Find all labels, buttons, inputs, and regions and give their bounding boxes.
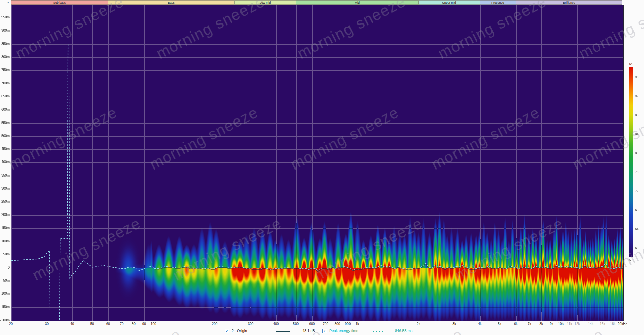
colorbar-tick — [629, 229, 633, 229]
y-tick-label: 500m — [0, 134, 10, 138]
y-tick-label: 950m — [0, 15, 10, 19]
x-tick-label: 600 — [305, 322, 319, 326]
x-tick-label: 2k — [411, 322, 426, 326]
y-tick-label: 350m — [0, 174, 10, 177]
y-tick-label: 600m — [0, 108, 10, 111]
x-tick-label: 60 — [101, 322, 115, 326]
y-tick-label: 400m — [0, 160, 10, 164]
colorbar-tick — [629, 96, 633, 96]
peak-energy-label: Peak energy time — [329, 329, 358, 333]
x-tick-label: 200 — [207, 322, 222, 326]
band-presence: Presence — [480, 0, 516, 5]
x-tick-label: 1k — [350, 322, 365, 326]
y-tick-label: -150m — [0, 305, 10, 309]
y-tick-label: 700m — [0, 81, 10, 85]
colorbar-tick — [629, 172, 633, 172]
peak-energy-line-sample — [373, 331, 384, 332]
x-tick-label: 20kHz — [615, 322, 630, 326]
colorbar-min-label: 58 — [629, 258, 633, 262]
x-tick-label: 100 — [146, 322, 161, 326]
x-tick-label: 40 — [65, 322, 79, 326]
band-bass: Bass — [108, 0, 234, 5]
colorbar-tick-label: 80 — [635, 151, 639, 155]
y-tick-label: 650m — [0, 94, 10, 98]
colorbar-tick — [629, 77, 633, 77]
peak-energy-value: 846.55 ms — [395, 329, 412, 333]
y-tick-label: -200m — [0, 318, 10, 322]
origin-series-label: 2 - Origin — [232, 329, 247, 333]
y-tick-label: 100m — [0, 239, 10, 243]
x-tick-label: 20 — [4, 322, 18, 326]
colorbar-tick-label: 64 — [635, 227, 639, 231]
colorbar-tick-label: 68 — [635, 208, 639, 212]
colorbar-tick-label: 76 — [635, 170, 639, 174]
y-tick-label: 750m — [0, 68, 10, 72]
x-tick-label: 3k — [447, 322, 462, 326]
x-tick-label: 5k — [492, 322, 507, 326]
x-tick-label: 400 — [269, 322, 283, 326]
origin-line-sample — [276, 331, 290, 332]
x-tick-label: 50 — [85, 322, 99, 326]
y-tick-label: 450m — [0, 147, 10, 151]
y-tick-label: -50m — [0, 279, 10, 282]
band-low-mid: Low mid — [234, 0, 296, 5]
colorbar-tick-label: 92 — [635, 94, 639, 98]
origin-series-checkbox[interactable]: ✓ — [225, 329, 229, 333]
y-axis-unit-label: s — [7, 1, 9, 4]
x-tick-label: 30 — [39, 322, 54, 326]
x-tick-label: 6k — [508, 322, 523, 326]
watermark-text: morning sneeze — [492, 325, 606, 335]
y-tick-label: 800m — [0, 55, 10, 59]
colorbar-tick-label: 84 — [635, 132, 639, 136]
y-tick-label: 900m — [0, 29, 10, 32]
colorbar-tick — [629, 191, 633, 191]
band-mid: Mid — [296, 0, 419, 5]
y-tick-label: 300m — [0, 187, 10, 190]
watermark-text: morning sneeze — [69, 325, 184, 335]
spectrogram-app: s Sub bassBassLow midMidUpper midPresenc… — [0, 0, 644, 335]
colorbar-tick-label: 96 — [635, 75, 639, 79]
y-tick-label: 50m — [0, 252, 10, 256]
y-tick-label: -100m — [0, 292, 10, 295]
x-tick-label: 500 — [288, 322, 303, 326]
colorbar-tick — [629, 248, 633, 248]
y-tick-label: 200m — [0, 213, 10, 217]
colorbar-tick-label: 72 — [635, 189, 639, 193]
x-tick-label: 300 — [243, 322, 258, 326]
colorbar-tick — [629, 210, 633, 210]
y-tick-label: 550m — [0, 121, 10, 125]
y-tick-label: 250m — [0, 200, 10, 203]
y-tick-label: 0 — [0, 266, 10, 269]
x-tick-label: 4k — [473, 322, 487, 326]
y-tick-label: 150m — [0, 226, 10, 230]
band-upper-mid: Upper mid — [419, 0, 480, 5]
spectrogram-canvas — [11, 5, 624, 321]
origin-series-value: 48.1 dB — [302, 329, 315, 333]
x-tick-label: 12k — [570, 322, 584, 326]
watermark-text: morning sneeze — [633, 325, 644, 335]
band-brilliance: Brilliance — [516, 0, 623, 5]
colorbar-max-label: 98 — [629, 62, 633, 66]
y-tick-label: 850m — [0, 42, 10, 46]
colorbar-tick — [629, 153, 633, 153]
peak-energy-checkbox[interactable]: ✓ — [322, 329, 327, 333]
colorbar-tick — [629, 115, 633, 115]
colorbar-tick-label: 60 — [635, 246, 639, 250]
colorbar-tick — [629, 134, 633, 134]
band-sub-bass: Sub bass — [11, 0, 108, 5]
colorbar-tick-label: 88 — [635, 113, 639, 117]
